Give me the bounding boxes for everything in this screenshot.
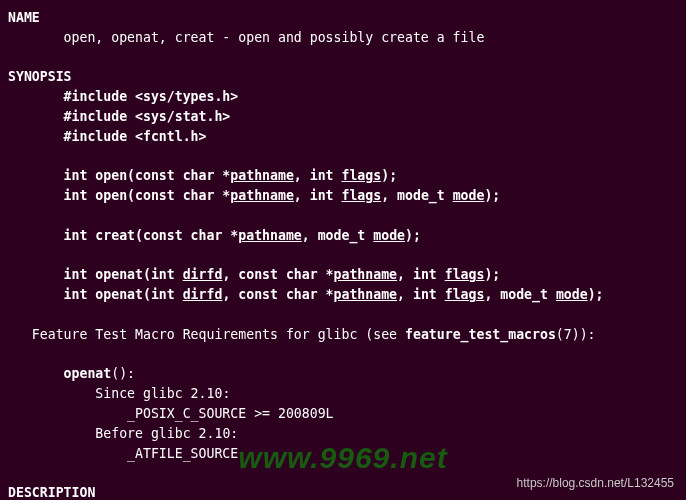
param-mode: mode: [453, 188, 485, 203]
include-line: #include <fcntl.h>: [64, 129, 207, 144]
include-line: #include <sys/types.h>: [64, 89, 239, 104]
fn-text: int open(const char *: [64, 168, 231, 183]
fn-text: );: [405, 228, 421, 243]
param-flags: flags: [445, 287, 485, 302]
fn-text: , const char *: [222, 287, 333, 302]
fn-text: , mode_t: [302, 228, 373, 243]
fn-text: );: [588, 287, 604, 302]
param-mode: mode: [373, 228, 405, 243]
section-heading-description: DESCRIPTION: [8, 485, 95, 500]
section-heading-synopsis: SYNOPSIS: [8, 69, 72, 84]
param-dirfd: dirfd: [183, 287, 223, 302]
fn-text: int openat(int: [64, 287, 183, 302]
ftm-fn: openat: [64, 366, 112, 381]
fn-text: );: [484, 188, 500, 203]
fn-text: , int: [294, 168, 342, 183]
ftm-intro: (7)):: [556, 327, 596, 342]
param-pathname: pathname: [230, 168, 294, 183]
fn-text: , int: [397, 267, 445, 282]
ftm-posix: _POSIX_C_SOURCE >= 200809L: [127, 406, 333, 421]
param-pathname: pathname: [334, 267, 398, 282]
param-flags: flags: [341, 168, 381, 183]
ftm-before: Before glibc 2.10:: [95, 426, 238, 441]
param-pathname: pathname: [238, 228, 302, 243]
param-pathname: pathname: [334, 287, 398, 302]
param-pathname: pathname: [230, 188, 294, 203]
param-flags: flags: [341, 188, 381, 203]
name-line: open, openat, creat - open and possibly …: [64, 30, 485, 45]
fn-text: );: [381, 168, 397, 183]
fn-text: , const char *: [222, 267, 333, 282]
ftm-intro: Feature Test Macro Requirements for glib…: [32, 327, 405, 342]
ftm-since: Since glibc 2.10:: [95, 386, 230, 401]
man-page: NAME open, openat, creat - open and poss…: [0, 0, 686, 500]
fn-text: int creat(const char *: [64, 228, 239, 243]
fn-text: , mode_t: [484, 287, 555, 302]
fn-text: , int: [397, 287, 445, 302]
param-mode: mode: [556, 287, 588, 302]
include-line: #include <sys/stat.h>: [64, 109, 231, 124]
section-heading-name: NAME: [8, 10, 40, 25]
param-dirfd: dirfd: [183, 267, 223, 282]
fn-text: , mode_t: [381, 188, 452, 203]
fn-text: , int: [294, 188, 342, 203]
param-flags: flags: [445, 267, 485, 282]
ftm-atfile: _ATFILE_SOURCE: [127, 446, 238, 461]
fn-text: int openat(int: [64, 267, 183, 282]
fn-text: int open(const char *: [64, 188, 231, 203]
ftm-fn-post: ():: [111, 366, 135, 381]
ftm-ref: feature_test_macros: [405, 327, 556, 342]
fn-text: );: [484, 267, 500, 282]
